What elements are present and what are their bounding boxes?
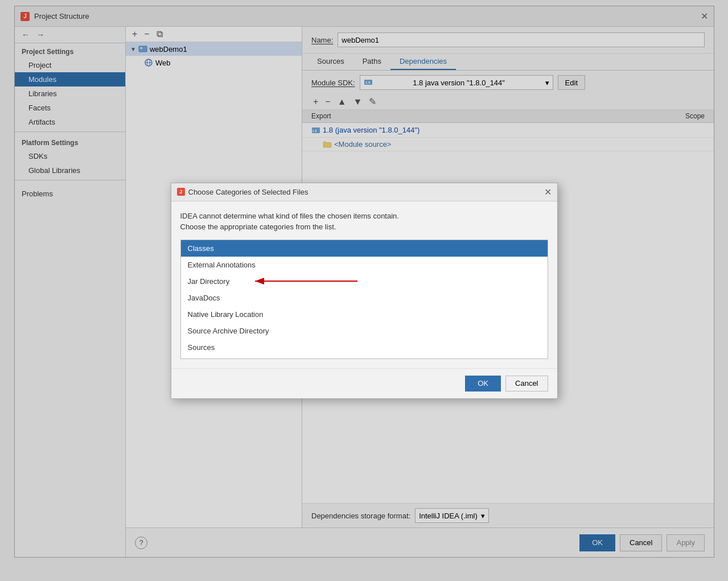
category-item-sources[interactable]: Sources	[181, 339, 548, 356]
category-item-jar-directory[interactable]: Jar Directory	[181, 273, 548, 290]
category-item-external-annotations[interactable]: External Annotations	[181, 257, 548, 273]
dialog-footer: OK Cancel	[171, 368, 557, 398]
dialog-title-bar: J Choose Categories of Selected Files ✕	[171, 183, 557, 201]
category-item-source-archive[interactable]: Source Archive Directory	[181, 323, 548, 339]
dialog-app-icon: J	[177, 188, 185, 196]
arrow-indicator	[249, 275, 363, 287]
dialog-ok-button[interactable]: OK	[465, 376, 501, 392]
category-item-classes[interactable]: Classes	[181, 240, 548, 257]
category-item-native-library[interactable]: Native Library Location	[181, 306, 548, 323]
dialog-cancel-button[interactable]: Cancel	[505, 376, 548, 392]
dialog-title: Choose Categories of Selected Files	[188, 188, 309, 196]
category-item-javadocs[interactable]: JavaDocs	[181, 290, 548, 306]
dialog-overlay: J Choose Categories of Selected Files ✕ …	[0, 0, 728, 581]
choose-categories-dialog: J Choose Categories of Selected Files ✕ …	[171, 183, 558, 399]
dialog-close-button[interactable]: ✕	[544, 187, 552, 197]
dialog-description: IDEA cannot determine what kind of files…	[180, 211, 548, 233]
dialog-body: IDEA cannot determine what kind of files…	[171, 201, 557, 368]
category-list[interactable]: Classes External Annotations Jar Directo…	[180, 240, 548, 359]
